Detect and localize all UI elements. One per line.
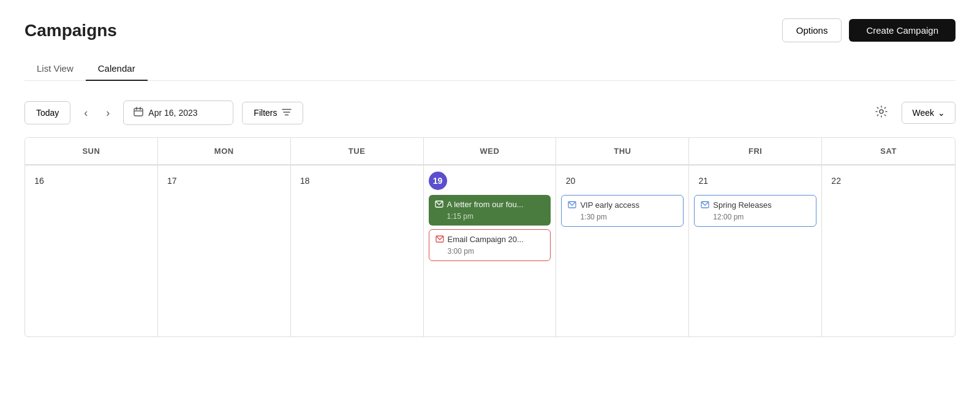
date-17: 17 — [163, 172, 181, 190]
date-picker[interactable]: Apr 16, 2023 — [123, 101, 233, 125]
cell-thu-20: 20 VIP early access 1:30 pm — [556, 165, 689, 336]
mail-icon — [435, 200, 443, 210]
cell-tue-18: 18 — [291, 165, 424, 336]
date-16: 16 — [30, 172, 48, 190]
date-20: 20 — [561, 172, 579, 190]
mail-icon — [435, 235, 444, 245]
calendar-icon — [134, 107, 143, 119]
event-wed-2[interactable]: Email Campaign 20... 3:00 pm — [429, 229, 551, 261]
col-sun: SUN — [25, 138, 158, 164]
calendar-grid: SUN MON TUE WED THU FRI SAT 16 17 18 — [24, 137, 956, 337]
tab-list-view[interactable]: List View — [24, 57, 86, 81]
date-18: 18 — [296, 172, 314, 190]
week-label: Week — [912, 108, 934, 118]
col-tue: TUE — [291, 138, 424, 164]
event-wed-2-time: 3:00 pm — [448, 247, 524, 256]
options-button[interactable]: Options — [782, 18, 842, 42]
col-fri: FRI — [689, 138, 822, 164]
event-fri-1-title: Spring Releases — [713, 200, 771, 211]
create-campaign-button[interactable]: Create Campaign — [849, 19, 956, 42]
filters-label: Filters — [254, 108, 277, 118]
calendar-body: 16 17 18 19 — [25, 165, 955, 336]
filter-icon — [282, 108, 292, 118]
mail-icon — [701, 201, 709, 210]
event-wed-1-title: A letter from our fou... — [447, 200, 524, 210]
event-fri-1[interactable]: Spring Releases 12:00 pm — [694, 195, 816, 227]
calendar-header: SUN MON TUE WED THU FRI SAT — [25, 138, 955, 165]
campaigns-page: Campaigns Options Create Campaign List V… — [0, 0, 980, 418]
event-fri-1-time: 12:00 pm — [713, 213, 771, 221]
cell-sun-16: 16 — [25, 165, 158, 336]
event-wed-1-time: 1:15 pm — [447, 212, 524, 221]
gear-icon — [875, 107, 888, 121]
page-header: Campaigns Options Create Campaign — [24, 18, 956, 42]
event-wed-1[interactable]: A letter from our fou... 1:15 pm — [429, 195, 551, 226]
date-22: 22 — [827, 172, 845, 190]
cell-mon-17: 17 — [158, 165, 291, 336]
cell-fri-21: 21 Spring Releases 12:00 pm — [689, 165, 822, 336]
date-19: 19 — [429, 172, 447, 190]
cell-wed-19: 19 A letter from our fou... 1:15 pm — [424, 165, 557, 336]
today-button[interactable]: Today — [24, 101, 70, 124]
event-wed-2-title: Email Campaign 20... — [448, 235, 524, 245]
settings-button[interactable] — [870, 102, 893, 124]
prev-button[interactable]: ‹ — [79, 104, 92, 122]
calendar-toolbar: Today ‹ › Apr 16, 2023 Filters — [24, 101, 956, 125]
page-title: Campaigns — [24, 21, 117, 40]
event-thu-1[interactable]: VIP early access 1:30 pm — [561, 195, 684, 227]
filters-button[interactable]: Filters — [242, 102, 303, 124]
view-tabs: List View Calendar — [24, 57, 956, 81]
date-21: 21 — [694, 172, 712, 190]
tab-calendar[interactable]: Calendar — [86, 57, 148, 81]
svg-rect-0 — [134, 108, 143, 116]
col-thu: THU — [556, 138, 689, 164]
event-thu-1-title: VIP early access — [580, 200, 639, 211]
mail-icon — [568, 201, 576, 210]
date-display: Apr 16, 2023 — [148, 108, 197, 118]
col-mon: MON — [158, 138, 291, 164]
chevron-down-icon: ⌄ — [938, 108, 945, 118]
cell-sat-22: 22 — [822, 165, 955, 336]
event-thu-1-time: 1:30 pm — [580, 213, 639, 221]
header-actions: Options Create Campaign — [782, 18, 956, 42]
col-wed: WED — [424, 138, 557, 164]
svg-point-7 — [880, 110, 883, 113]
next-button[interactable]: › — [101, 104, 115, 122]
col-sat: SAT — [822, 138, 955, 164]
week-selector[interactable]: Week ⌄ — [902, 102, 956, 124]
